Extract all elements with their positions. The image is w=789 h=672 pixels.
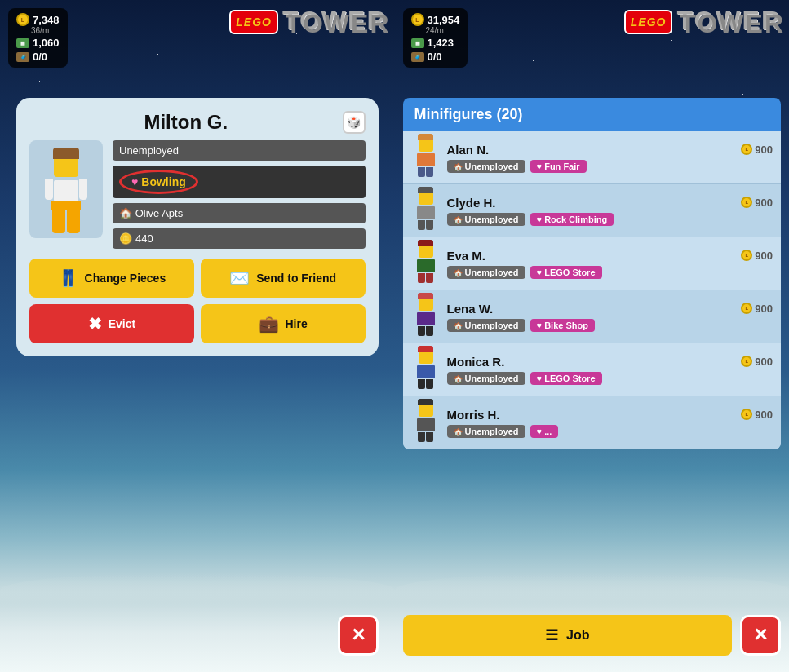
fig-torso	[417, 259, 435, 272]
minifig-hair	[53, 148, 79, 159]
fig-head	[419, 404, 433, 417]
change-pieces-button[interactable]: 👖 Change Pieces	[29, 259, 194, 298]
dream-tag: ♥ Rock Climbing	[530, 213, 614, 226]
list-fig	[411, 242, 441, 285]
fig-torso	[417, 312, 435, 325]
dream-heart-icon: ♥	[537, 267, 543, 277]
list-fig	[411, 189, 441, 232]
right-panel: L 31,954 24/m ▦ 1,423 🧳 0/0 LEGO TOWER M…	[395, 0, 790, 672]
job-tag-icon: 🏠	[454, 269, 463, 277]
job-tag-icon: 🏠	[454, 428, 463, 436]
list-name-row: Eva M. L 900	[447, 249, 773, 263]
character-figure	[29, 140, 103, 238]
dream-heart-icon: ♥	[537, 374, 543, 383]
list-name-row: Clyde H. L 900	[447, 196, 773, 210]
dice-button[interactable]: 🎲	[343, 111, 366, 134]
list-item[interactable]: Clyde H. L 900 🏠 Unemployed ♥ Rock Climb…	[403, 184, 782, 237]
fig-torso	[417, 206, 435, 219]
fig-leg-r	[426, 326, 433, 336]
lego-badge: LEGO	[229, 10, 278, 34]
coins-apt-row: 🪙 440	[113, 228, 366, 249]
job-tag: 🏠 Unemployed	[447, 319, 525, 332]
lego-text: LEGO	[236, 15, 272, 29]
dream-heart-icon: ♥	[537, 214, 543, 224]
minifig-leg-right	[67, 210, 80, 233]
minifig-hips	[51, 201, 81, 210]
list-item[interactable]: Eva M. L 900 🏠 Unemployed ♥ LEGO Store	[403, 237, 782, 290]
right-coin-icon: L	[411, 13, 424, 26]
fig-torso	[417, 418, 435, 431]
list-name: Lena W.	[447, 302, 494, 316]
job-tag-icon: 🏠	[454, 375, 463, 383]
job-row: Unemployed	[113, 140, 366, 161]
bricks-row: ▦ 1,060	[16, 37, 60, 49]
change-pieces-icon: 👖	[58, 268, 78, 288]
coins-value: 7,348	[33, 14, 60, 26]
fig-hair	[418, 240, 433, 246]
job-tag: 🏠 Unemployed	[447, 372, 525, 385]
dream-tag: ♥ Fun Fair	[530, 160, 587, 173]
list-name-row: Monica R. L 900	[447, 355, 773, 369]
card-actions: 👖 Change Pieces ✉️ Send to Friend ✖ Evic…	[29, 259, 366, 343]
character-card: Milton G. 🎲	[16, 98, 379, 356]
fig-legs	[418, 167, 433, 177]
right-lego-text: LEGO	[631, 15, 667, 29]
fig-hair	[418, 187, 433, 193]
list-item[interactable]: Morris H. L 900 🏠 Unemployed ♥ ...	[403, 396, 782, 449]
send-to-friend-button[interactable]: ✉️ Send to Friend	[201, 259, 366, 298]
job-tag: 🏠 Unemployed	[447, 425, 525, 438]
list-item[interactable]: Alan N. L 900 🏠 Unemployed ♥ Fun Fair	[403, 131, 782, 184]
right-coins-value: 31,954	[428, 14, 460, 26]
fig-leg-l	[418, 220, 425, 230]
right-bricks-row: ▦ 1,423	[411, 37, 460, 49]
list-coins: L 900	[741, 303, 773, 315]
minifig-leg-left	[52, 210, 65, 233]
dream-label: Bowling	[141, 175, 185, 188]
list-info: Eva M. L 900 🏠 Unemployed ♥ LEGO Store	[447, 249, 773, 279]
job-tag: 🏠 Unemployed	[447, 160, 525, 173]
list-tags: 🏠 Unemployed ♥ Bike Shop	[447, 319, 773, 332]
list-coin-icon: L	[741, 144, 752, 155]
list-info: Clyde H. L 900 🏠 Unemployed ♥ Rock Climb…	[447, 196, 773, 226]
job-tag-icon: 🏠	[454, 216, 463, 224]
list-coin-icon: L	[741, 303, 752, 314]
evict-button[interactable]: ✖ Evict	[29, 304, 194, 343]
bricks-icon: ▦	[16, 38, 29, 48]
list-coins: L 900	[741, 250, 773, 262]
minifig-torso	[54, 180, 78, 201]
job-tag-icon: 🏠	[454, 322, 463, 330]
list-name: Monica R.	[447, 355, 505, 369]
list-coin-icon: L	[741, 250, 752, 261]
fig-head	[419, 351, 433, 364]
card-body: Unemployed ♥ Bowling 🏠 Olive Apts 🪙 440	[29, 140, 366, 249]
minifigures-title: Minifigures (20)	[414, 106, 523, 122]
evict-label: Evict	[109, 317, 135, 330]
apt-icon: 🏠	[119, 207, 132, 219]
left-logo: LEGO TOWER	[229, 7, 388, 37]
right-coins-row: L 31,954	[411, 13, 460, 26]
list-item[interactable]: Lena W. L 900 🏠 Unemployed ♥ Bike Shop	[403, 290, 782, 343]
right-cases-value: 0/0	[428, 51, 442, 63]
left-close-button[interactable]: ✕	[338, 615, 379, 656]
right-close-button[interactable]: ✕	[740, 615, 781, 656]
coins-apt-icon: 🪙	[119, 232, 132, 245]
dream-tag: ♥ ...	[530, 425, 559, 438]
left-panel: L 7,348 36/m ▦ 1,060 🧳 0/0 LEGO TOWER Mi…	[0, 0, 395, 672]
minifigures-list-panel: Minifigures (20) Alan N. L	[403, 98, 782, 607]
fig-hair	[418, 399, 433, 405]
fig-leg-l	[418, 379, 425, 389]
list-coin-icon: L	[741, 356, 752, 367]
list-name-row: Morris H. L 900	[447, 408, 773, 422]
dream-heart-icon: ♥	[537, 427, 543, 436]
hire-button[interactable]: 💼 Hire	[201, 304, 366, 343]
right-bricks-icon: ▦	[411, 38, 424, 48]
right-cases-row: 🧳 0/0	[411, 51, 460, 63]
fig-head	[419, 192, 433, 205]
right-case-icon: 🧳	[411, 52, 424, 62]
fig-hair	[418, 346, 433, 352]
fig-head	[419, 298, 433, 311]
cases-value: 0/0	[33, 51, 47, 63]
list-item[interactable]: Monica R. L 900 🏠 Unemployed ♥ LEGO Stor…	[403, 343, 782, 396]
job-button[interactable]: ☰ Job	[403, 615, 733, 656]
job-tag: 🏠 Unemployed	[447, 266, 525, 279]
